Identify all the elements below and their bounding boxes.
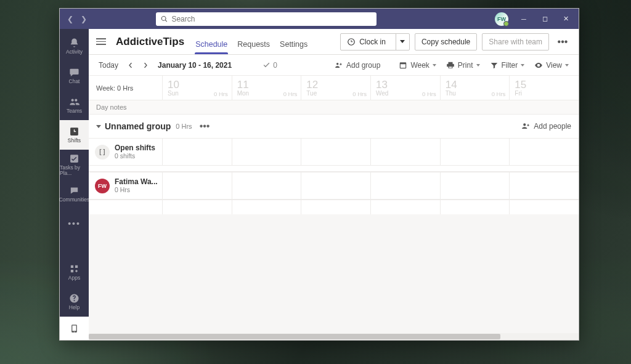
rail-item-more[interactable]: ••• xyxy=(60,209,89,238)
chevron-down-icon xyxy=(565,64,569,67)
copy-schedule-button[interactable]: Copy schedule xyxy=(415,33,477,51)
search-icon xyxy=(161,15,168,23)
horizontal-scrollbar[interactable] xyxy=(89,333,579,340)
bell-icon xyxy=(69,38,79,48)
day-col-thu[interactable]: 14Thu0 Hrs xyxy=(440,76,510,100)
date-range-label: January 10 - 16, 2021 xyxy=(158,61,232,70)
shift-cell[interactable] xyxy=(301,200,370,214)
shift-cell[interactable] xyxy=(162,200,232,214)
day-col-wed[interactable]: 13Wed0 Hrs xyxy=(370,76,440,100)
clock-in-label: Clock in xyxy=(359,38,386,46)
view-button[interactable]: View xyxy=(532,59,571,71)
add-group-label: Add group xyxy=(346,61,380,70)
person-avatar[interactable]: FW xyxy=(95,179,110,193)
group-collapse-toggle[interactable] xyxy=(96,125,101,128)
day-col-tue[interactable]: 12Tue0 Hrs xyxy=(301,76,370,100)
shift-cell[interactable] xyxy=(232,172,301,199)
shift-cell[interactable] xyxy=(370,172,440,199)
rail-label: Apps xyxy=(68,275,80,281)
copy-schedule-label: Copy schedule xyxy=(421,38,470,46)
shift-cell[interactable] xyxy=(370,139,440,165)
communities-icon xyxy=(69,185,79,196)
shift-cell[interactable] xyxy=(301,172,370,199)
rail-label: Shifts xyxy=(68,138,81,144)
rail-item-help[interactable]: Help xyxy=(60,287,89,317)
shift-cell[interactable] xyxy=(440,139,510,165)
filter-icon xyxy=(490,61,499,70)
search-input[interactable] xyxy=(171,15,372,23)
pending-requests[interactable]: 0 xyxy=(260,59,280,71)
shift-cell[interactable] xyxy=(301,139,370,165)
rail-item-communities[interactable]: Communities xyxy=(60,179,89,209)
add-group-icon xyxy=(335,61,343,70)
phone-icon xyxy=(70,324,79,333)
rail-item-apps[interactable]: Apps xyxy=(60,257,89,287)
rail-label: Teams xyxy=(67,108,82,114)
shift-cell[interactable] xyxy=(370,200,440,214)
add-people-label: Add people xyxy=(534,122,571,131)
day-notes-row[interactable]: Day notes xyxy=(89,100,579,115)
clock-in-caret[interactable] xyxy=(396,34,409,50)
print-label: Print xyxy=(458,61,473,70)
next-week-button[interactable] xyxy=(140,61,150,70)
week-day-header: Week: 0 Hrs 10Sun0 Hrs 11Mon0 Hrs 12Tue0… xyxy=(89,76,579,100)
calendar-icon xyxy=(399,61,407,70)
today-button[interactable]: Today xyxy=(96,59,121,71)
tab-schedule[interactable]: Schedule xyxy=(195,40,227,54)
print-icon xyxy=(446,61,455,70)
avatar[interactable]: FW xyxy=(495,12,508,26)
rail-item-mobile[interactable] xyxy=(60,317,89,340)
range-picker[interactable]: Week xyxy=(396,59,438,71)
shift-cell[interactable] xyxy=(162,139,232,165)
hamburger-menu[interactable] xyxy=(96,38,106,45)
scrollbar-thumb[interactable] xyxy=(89,334,500,339)
minimize-button[interactable]: ─ xyxy=(513,9,534,29)
day-col-fri[interactable]: 15Fri xyxy=(509,76,579,100)
day-col-sun[interactable]: 10Sun0 Hrs xyxy=(162,76,232,100)
close-button[interactable]: ✕ xyxy=(555,9,576,29)
group-name[interactable]: Unnamed group xyxy=(105,121,171,131)
maximize-button[interactable]: ◻ xyxy=(534,9,555,29)
avatar-initials: FW xyxy=(497,16,506,22)
rail-item-chat[interactable]: Chat xyxy=(60,61,89,91)
shift-cell[interactable] xyxy=(162,172,232,199)
header-more-button[interactable]: ••• xyxy=(554,33,571,51)
back-button[interactable]: ❮ xyxy=(66,15,75,23)
add-group-button[interactable]: Add group xyxy=(332,59,383,71)
search-box[interactable] xyxy=(156,12,377,26)
date-range-picker[interactable]: January 10 - 16, 2021 xyxy=(155,59,239,71)
rail-item-teams[interactable]: Teams xyxy=(60,91,89,120)
shift-cell[interactable] xyxy=(440,200,510,214)
shift-cell[interactable] xyxy=(509,172,579,199)
clock-in-button[interactable]: Clock in xyxy=(340,33,410,51)
print-button[interactable]: Print xyxy=(444,59,482,71)
open-shifts-row: [ ] Open shifts 0 shifts xyxy=(89,138,579,166)
filter-button[interactable]: Filter xyxy=(487,59,527,71)
row-title[interactable]: Open shifts xyxy=(115,144,155,152)
apps-icon xyxy=(69,264,79,274)
tab-settings[interactable]: Settings xyxy=(280,40,307,54)
tab-requests[interactable]: Requests xyxy=(237,40,270,54)
shift-cell[interactable] xyxy=(232,139,301,165)
row-title[interactable]: Fatima Wa... xyxy=(115,177,158,186)
chevron-down-icon xyxy=(521,64,524,67)
clock-icon xyxy=(347,38,356,46)
chat-icon xyxy=(69,67,79,78)
rail-item-shifts[interactable]: Shifts xyxy=(60,120,89,150)
shift-cell[interactable] xyxy=(509,139,579,165)
shift-cell[interactable] xyxy=(232,200,301,214)
shift-cell[interactable] xyxy=(440,172,510,199)
rail-item-tasks[interactable]: Tasks by Pla... xyxy=(60,150,89,179)
group-more-button[interactable]: ••• xyxy=(197,119,213,133)
prev-week-button[interactable] xyxy=(126,61,136,70)
schedule-toolbar: Today January 10 - 16, 2021 0 xyxy=(89,55,579,76)
forward-button[interactable]: ❯ xyxy=(79,15,88,23)
eye-icon xyxy=(534,61,543,70)
shift-cell[interactable] xyxy=(509,200,579,214)
main-content: AddictiveTips Schedule Requests Settings… xyxy=(89,29,579,340)
page-header: AddictiveTips Schedule Requests Settings… xyxy=(89,29,579,55)
add-people-button[interactable]: Add people xyxy=(521,122,571,131)
day-col-mon[interactable]: 11Mon0 Hrs xyxy=(232,76,301,100)
pending-count: 0 xyxy=(273,61,277,70)
rail-item-activity[interactable]: Activity xyxy=(60,31,89,61)
